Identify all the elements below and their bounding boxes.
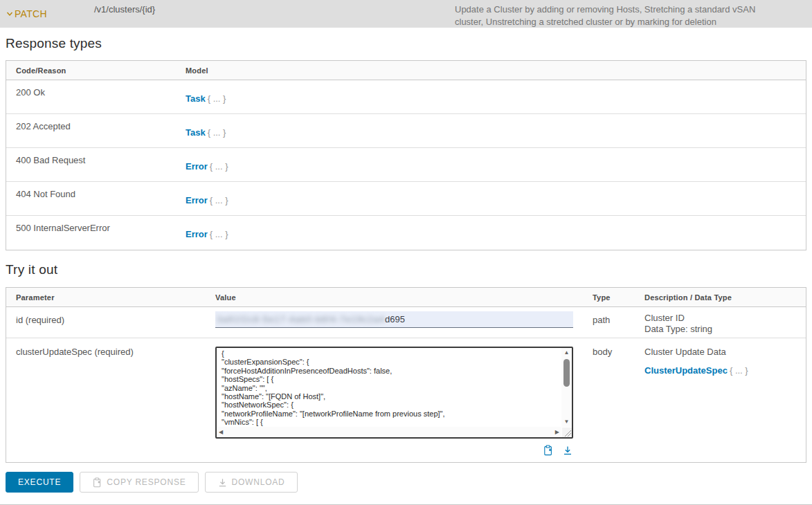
model-link-cluster-update-spec[interactable]: ClusterUpdateSpec [644,365,728,376]
scroll-right-arrow-icon[interactable]: ▶ [555,429,559,435]
column-header-code-reason: Code/Reason [16,66,186,75]
try-table-header: Parameter Value Type Description / Data … [6,288,806,307]
copy-response-button[interactable]: COPY RESPONSE [80,472,198,493]
response-code: 404 Not Found [16,182,186,215]
download-label: DOWNLOAD [232,477,285,487]
column-header-parameter: Parameter [16,293,215,302]
id-value-input[interactable]: 3a91f2c8-5e17-4ab0-b6f4-7e19c2a4d695 [215,311,573,328]
chevron-down-icon [6,10,14,18]
response-row-404: 404 Not Found Error{ ... } [6,182,806,216]
param-type-cluster-update-spec: body [593,338,644,456]
param-row-id: id (required) 3a91f2c8-5e17-4ab0-b6f4-7e… [6,307,806,338]
response-types-title: Response types [6,36,806,51]
param-name-id: id (required) [16,307,215,338]
param-description-cluster-update-spec: Cluster Update Data [644,347,806,358]
response-row-400: 400 Bad Request Error{ ... } [6,148,806,182]
model-braces: { ... } [208,127,226,138]
try-it-out-section: Try it out Parameter Value Type Descript… [0,262,812,463]
scroll-left-arrow-icon[interactable]: ◀ [219,429,223,435]
param-row-cluster-update-spec: clusterUpdateSpec (required) { "clusterE… [6,338,806,462]
scroll-up-arrow-icon[interactable]: ▲ [564,349,570,356]
model-braces: { ... } [210,229,228,239]
response-types-section: Response types Code/Reason Model 200 Ok … [0,36,812,250]
param-description-id: Cluster ID [644,313,806,324]
column-header-type: Type [593,293,644,302]
response-types-table: Code/Reason Model 200 Ok Task{ ... } 202… [6,60,806,250]
operation-header[interactable]: PATCH /v1/clusters/{id} Update a Cluster… [0,0,812,28]
model-link-error[interactable]: Error [186,195,208,205]
try-it-out-title: Try it out [6,262,806,277]
clipboard-icon [92,477,102,488]
download-icon[interactable] [562,445,573,456]
param-name-cluster-update-spec: clusterUpdateSpec (required) [16,338,215,456]
download-icon [217,477,228,488]
model-braces: { ... } [208,93,226,104]
model-braces: { ... } [210,161,228,172]
column-header-value: Value [215,293,593,302]
model-braces: { ... } [730,365,748,376]
response-code: 500 InternalServerError [16,216,186,250]
model-link-task[interactable]: Task [186,93,206,104]
resize-grip[interactable] [562,428,572,437]
model-link-error[interactable]: Error [186,161,208,172]
execute-button[interactable]: EXECUTE [6,472,73,493]
response-code: 200 Ok [16,80,186,113]
cluster-update-spec-json: { "clusterExpansionSpec": { "forceHostAd… [222,349,560,426]
download-button[interactable]: DOWNLOAD [205,472,298,493]
response-code: 202 Accepted [16,114,186,147]
param-type-id: path [593,307,644,338]
vertical-scrollbar[interactable]: ▲ ▼ [561,348,572,427]
id-value-visible: d695 [385,314,405,324]
horizontal-scrollbar[interactable]: ◀ ▶ [217,427,561,437]
column-header-model: Model [186,66,806,75]
model-link-error[interactable]: Error [186,229,208,239]
model-braces: { ... } [210,195,228,205]
response-row-500: 500 InternalServerError Error{ ... } [6,216,806,250]
param-datatype-id: Data Type: string [644,324,806,335]
response-code: 400 Bad Request [16,148,186,181]
footer-actions: EXECUTE COPY RESPONSE DOWNLOAD [0,463,812,493]
id-value-redacted: 3a91f2c8-5e17-4ab0-b6f4-7e19c2a4 [217,314,385,324]
scroll-down-arrow-icon[interactable]: ▼ [564,419,570,425]
endpoint-description: Update a Cluster by adding or removing H… [455,3,775,28]
response-row-200: 200 Ok Task{ ... } [6,80,806,114]
endpoint-path: /v1/clusters/{id} [94,4,155,15]
column-header-description: Description / Data Type [644,293,806,302]
http-method-label: PATCH [15,8,47,19]
cluster-update-spec-textarea[interactable]: { "clusterExpansionSpec": { "forceHostAd… [215,347,573,439]
model-link-task[interactable]: Task [186,127,206,138]
response-row-202: 202 Accepted Task{ ... } [6,114,806,148]
copy-response-label: COPY RESPONSE [107,477,186,487]
vertical-scrollbar-thumb[interactable] [563,359,570,387]
paste-icon[interactable] [543,445,554,456]
try-it-out-table: Parameter Value Type Description / Data … [6,287,806,463]
response-table-header: Code/Reason Model [6,61,806,80]
method-toggle[interactable]: PATCH [6,8,94,19]
